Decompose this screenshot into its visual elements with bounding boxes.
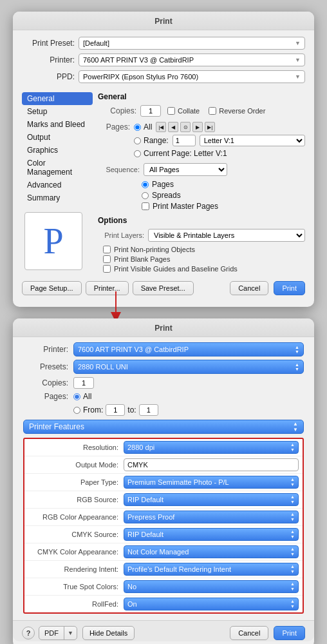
sequence-select[interactable]: All Pages: [144, 163, 227, 176]
d2-pages-row: Pages: All: [23, 392, 304, 401]
pages-range-radio[interactable]: [134, 137, 141, 144]
d2-copies-input[interactable]: [73, 377, 94, 389]
d2-printer-select[interactable]: 7600 ART PRINT V3 @ CatbirdRIP ▲▼: [73, 342, 304, 356]
cmyk-color-appearance-row: CMYK Color Appearance: Not Color Managed…: [24, 543, 303, 561]
printer-select[interactable]: 7600 ART PRINT V3 @ CatbirdRIP ▼: [79, 54, 305, 66]
spreads-radio-item: Spreads: [142, 191, 305, 200]
cmyk-source-stepper-icon: ▲▼: [290, 529, 295, 539]
spreads-radio[interactable]: [142, 192, 149, 199]
page-icon-btn[interactable]: ⊙: [180, 122, 191, 132]
current-page-option[interactable]: Current Page: Letter V:1: [134, 149, 227, 158]
ppd-arrow-icon: ▼: [295, 73, 301, 80]
rgb-color-appearance-select[interactable]: Prepress Proof ▲▼: [124, 511, 299, 523]
sidebar-item-graphics[interactable]: Graphics: [22, 144, 93, 157]
pages-range-option[interactable]: Range:: [134, 136, 169, 145]
pages-label: Pages:: [98, 122, 130, 132]
sidebar-item-color-mgmt[interactable]: Color Management: [22, 157, 93, 179]
rgb-source-select[interactable]: RIP Default ▲▼: [124, 493, 299, 506]
non-printing-checkbox[interactable]: [103, 246, 111, 253]
blank-pages-checkbox[interactable]: [103, 255, 111, 263]
sequence-label: Sequence:: [98, 166, 140, 173]
d2-printer-row: Printer: 7600 ART PRINT V3 @ CatbirdRIP …: [23, 342, 304, 356]
resolution-row: Resolution: 2880 dpi ▲▼: [24, 439, 303, 456]
d2-to-input[interactable]: [139, 404, 158, 416]
rendering-intent-select[interactable]: Profile's Default Rendering Intent ▲▼: [124, 563, 299, 576]
cmyk-color-appearance-select[interactable]: Not Color Managed ▲▼: [124, 545, 299, 558]
blank-pages-row: Print Blank Pages: [103, 255, 305, 263]
range-input[interactable]: [173, 135, 196, 146]
reverse-order-checkbox[interactable]: [209, 107, 216, 115]
visible-guides-checkbox[interactable]: [103, 265, 111, 273]
printer-features-row: Printer Features ▲ ▼: [23, 420, 304, 434]
print-preset-label: Print Preset:: [22, 39, 75, 48]
cancel-button-top[interactable]: Cancel: [230, 281, 268, 295]
pdf-button[interactable]: PDF ▼: [39, 626, 77, 640]
d2-from-input[interactable]: [106, 404, 125, 416]
range-select[interactable]: Letter V:1: [200, 135, 305, 146]
current-page-radio[interactable]: [134, 150, 141, 157]
d2-copies-row: Copies:: [23, 377, 304, 389]
prev-page-btn[interactable]: ◀: [168, 122, 178, 132]
sidebar-item-output[interactable]: Output: [22, 131, 93, 144]
options-title: Options: [98, 216, 305, 225]
print-master-checkbox[interactable]: [142, 202, 149, 210]
pdf-dropdown-icon[interactable]: ▼: [64, 627, 77, 639]
paper-type-label: Paper Type:: [28, 478, 118, 486]
rollfed-select[interactable]: On ▲▼: [124, 598, 299, 610]
print-preset-select[interactable]: [Default] ▼: [79, 37, 305, 50]
rendering-intent-row: Rendering Intent: Profile's Default Rend…: [24, 561, 303, 578]
top-form: Print Preset: [Default] ▼ Printer: 7600 …: [13, 30, 314, 90]
rollfed-row: RollFed: On ▲▼: [24, 596, 303, 612]
cmyk-source-select[interactable]: RIP Default ▲▼: [124, 528, 299, 541]
sidebar-item-setup[interactable]: Setup: [22, 105, 93, 118]
ppd-select[interactable]: PowerRIPX (Epson Stylus Pro 7600) ▼: [79, 70, 305, 83]
features-stepper-icon: ▲ ▼: [293, 421, 298, 433]
d2-pages-from-radio[interactable]: [73, 407, 80, 414]
copies-input[interactable]: [140, 105, 161, 117]
print-button-bottom[interactable]: Print: [274, 626, 305, 640]
output-mode-row: Output Mode: CMYK: [24, 456, 303, 474]
sidebar-item-general[interactable]: General: [22, 92, 93, 105]
paper-type-select[interactable]: Premium Semimatte Photo - P/L ▲▼: [124, 476, 299, 489]
help-button[interactable]: ?: [22, 627, 35, 639]
rgb-source-label: RGB Source:: [28, 496, 118, 503]
rollfed-stepper-icon: ▲▼: [290, 599, 295, 609]
sidebar-item-advanced[interactable]: Advanced: [22, 179, 93, 191]
rendering-intent-label: Rendering Intent:: [28, 565, 118, 573]
next-page-btn[interactable]: ▶: [192, 122, 203, 132]
first-page-btn[interactable]: |◀: [156, 122, 166, 132]
pages-layout-radio[interactable]: [142, 181, 149, 188]
page-setup-button[interactable]: Page Setup...: [22, 281, 82, 295]
d2-presets-label: Presets:: [23, 362, 68, 371]
collate-checkbox[interactable]: [167, 107, 175, 115]
right-panel: General Copies: Collate Reverse Order: [98, 92, 305, 275]
collate-label[interactable]: Collate: [167, 107, 200, 115]
paper-type-row: Paper Type: Premium Semimatte Photo - P/…: [24, 474, 303, 491]
reverse-order-label[interactable]: Reverse Order: [209, 107, 265, 115]
d2-pages-all-radio[interactable]: [73, 393, 80, 400]
true-spot-colors-select[interactable]: No ▲▼: [124, 580, 299, 593]
cancel-button-bottom[interactable]: Cancel: [230, 626, 268, 640]
pages-all-option[interactable]: All: [134, 122, 152, 132]
printer-features-select[interactable]: Printer Features ▲ ▼: [23, 420, 304, 434]
copies-label: Copies:: [98, 106, 136, 115]
bottom-bar: ? PDF ▼ Hide Details Cancel Print: [13, 620, 314, 641]
sidebar-item-marks-bleed[interactable]: Marks and Bleed: [22, 118, 93, 131]
print-preset-arrow-icon: ▼: [295, 40, 301, 46]
print-button-top[interactable]: Print: [274, 281, 305, 295]
print-layers-select[interactable]: Visible & Printable Layers: [148, 229, 305, 242]
resolution-select[interactable]: 2880 dpi ▲▼: [124, 441, 299, 454]
resolution-label: Resolution:: [28, 444, 118, 451]
sidebar-item-summary[interactable]: Summary: [22, 191, 93, 204]
pages-section: Pages: All |◀ ◀ ⊙ ▶ ▶|: [98, 122, 305, 158]
last-page-btn[interactable]: ▶|: [205, 122, 215, 132]
pages-all-radio[interactable]: [134, 124, 141, 131]
d2-presets-select[interactable]: 2880 ROLL UNI ▲▼: [73, 360, 304, 374]
d2-pages-all-option[interactable]: All: [73, 392, 91, 401]
bottom-print-dialog: Print Printer: 7600 ART PRINT V3 @ Catbi…: [13, 318, 314, 644]
d2-presets-row: Presets: 2880 ROLL UNI ▲▼: [23, 360, 304, 374]
d2-pages-from-option[interactable]: From:: [73, 405, 103, 415]
hide-details-button[interactable]: Hide Details: [82, 626, 135, 640]
printer-stepper-icon: ▲▼: [295, 345, 299, 354]
layout-radio-group: Pages Spreads Print Master Pages: [142, 180, 305, 211]
